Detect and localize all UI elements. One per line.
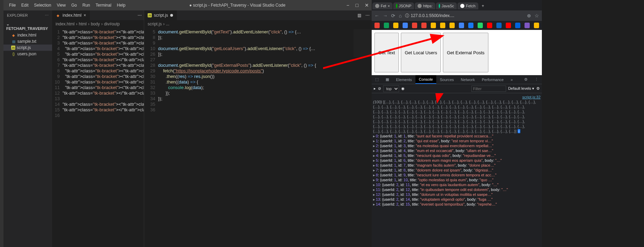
maximize-icon[interactable]: □ <box>356 2 358 8</box>
console-object-row[interactable]: 7: {userId: 1, id: 8, title: "dolorem do… <box>373 168 540 173</box>
console-object-row[interactable]: 11: {userId: 2, id: 12, title: "in quibu… <box>373 187 540 192</box>
browser-tab[interactable]: JavaSc <box>436 2 457 9</box>
more-icon[interactable]: ⋯ <box>135 10 144 20</box>
devtools-tab-elements[interactable]: Elements <box>393 75 415 84</box>
menu-icon[interactable]: ⋮ <box>531 75 542 84</box>
devtools-tab-sources[interactable]: Sources <box>436 75 457 84</box>
browser-tab[interactable]: Fetch <box>457 2 478 9</box>
bookmark-icon[interactable] <box>506 23 511 28</box>
bookmark-icon[interactable] <box>525 23 530 28</box>
menu-file[interactable]: File <box>6 3 18 8</box>
get-text-button[interactable]: Get Text <box>374 33 399 72</box>
console-object-row[interactable]: 4: {userId: 1, id: 5, title: "nesciunt q… <box>373 153 540 158</box>
close-icon[interactable]: × <box>388 4 390 8</box>
minimap[interactable] <box>354 29 371 57</box>
reload-icon[interactable]: ⟳ <box>391 13 395 18</box>
menu-edit[interactable]: Edit <box>18 3 31 8</box>
folder-root[interactable]: FETCHAPI_TRAVERSY <box>3 21 52 32</box>
forward-icon[interactable]: → <box>383 13 388 18</box>
new-tab-button[interactable]: + <box>479 2 487 10</box>
bookmark-icon[interactable] <box>384 23 389 28</box>
console-object-row[interactable]: 12: {userId: 2, id: 13, title: "dolorum … <box>373 192 540 197</box>
get-local-users-button[interactable]: Get Local Users <box>401 33 441 72</box>
split-icon[interactable]: ▥ <box>355 10 363 20</box>
browser-tab[interactable]: https: <box>415 2 435 9</box>
explorer-more-icon[interactable]: ⋯ <box>45 13 49 18</box>
close-icon[interactable]: × <box>84 13 86 18</box>
bookmark-icon[interactable] <box>393 23 398 28</box>
bookmark-icon[interactable] <box>440 23 445 28</box>
address-bar[interactable]: ⓘ 127.0.0.1:5500/index.... <box>405 13 523 19</box>
console-object-row[interactable]: 6: {userId: 1, id: 7, title: "magnam fac… <box>373 163 540 168</box>
crumb[interactable]: index.html <box>56 22 75 26</box>
star-icon[interactable]: ☆ <box>535 13 539 18</box>
crumb[interactable]: ... <box>166 22 170 26</box>
bookmark-icon[interactable] <box>374 23 380 28</box>
editor-content[interactable]: "tk-attr">class="tk-bracket"><"tk-attr">… <box>63 28 144 247</box>
filter-input[interactable] <box>471 86 506 92</box>
bookmarks-bar[interactable] <box>372 21 542 30</box>
more-icon[interactable]: ⋯ <box>363 10 372 20</box>
console-object-row[interactable]: 8: {userId: 1, id: 9, title: "nesciunt i… <box>373 173 540 177</box>
console-object-row[interactable]: 5: {userId: 1, id: 6, title: "dolorem eu… <box>373 158 540 163</box>
console-array-summary[interactable]: (100) [{…}, {…}, {…}, {…}, {…}, {…}, {…}… <box>373 99 540 134</box>
file-users-json[interactable]: {}users.json <box>3 51 52 57</box>
tab-script-js[interactable]: JS script.js <box>144 10 177 20</box>
sidebar-toggle-icon[interactable]: ▸ <box>374 86 376 91</box>
source-link[interactable]: script.js:32 <box>522 95 540 99</box>
bookmark-icon[interactable] <box>496 23 502 28</box>
console-object-row[interactable]: 13: {userId: 2, id: 14, title: "voluptat… <box>373 197 540 202</box>
console-object-row[interactable]: 3: {userId: 1, id: 4, title: "eum et est… <box>373 148 540 153</box>
activity-bar[interactable] <box>0 0 3 247</box>
console-object-row[interactable]: 1: {userId: 1, id: 2, title: "qui est es… <box>373 138 540 143</box>
file-sample-txt[interactable]: ▤sample.txt <box>3 38 52 45</box>
file-script-js[interactable]: JSscript.js <box>3 45 52 51</box>
menu-terminal[interactable]: Terminal <box>93 3 114 8</box>
crumb[interactable]: body <box>91 22 100 26</box>
bookmark-icon[interactable] <box>534 23 539 28</box>
menu-view[interactable]: View <box>54 3 68 8</box>
bookmark-icon[interactable] <box>487 23 492 28</box>
crumb[interactable]: script.js <box>148 22 162 26</box>
bookmark-icon[interactable] <box>431 23 436 28</box>
browser-tab[interactable]: Fet× <box>372 2 393 9</box>
devtools-tab-performance[interactable]: Performance <box>478 75 507 84</box>
console-output[interactable]: script.js:32(100) [{…}, {…}, {…}, {…}, {… <box>372 93 542 247</box>
file-index-html[interactable]: ◆index.html <box>3 32 52 38</box>
menu-help[interactable]: Help <box>114 3 129 8</box>
more-tabs-icon[interactable]: » <box>507 75 516 84</box>
clear-icon[interactable]: ⊘ <box>378 86 381 91</box>
gear-icon[interactable]: ⚙ <box>521 75 531 84</box>
console-object-row[interactable]: 14: {userId: 2, id: 15, title: "eveniet … <box>373 202 540 207</box>
menu-go[interactable]: Go <box>68 3 80 8</box>
inspect-icon[interactable]: ⬚ <box>372 75 382 84</box>
device-icon[interactable]: ▦ <box>382 75 393 84</box>
search-icon[interactable]: ⊕ <box>527 13 531 18</box>
back-icon[interactable]: ← <box>374 13 379 18</box>
minimize-icon[interactable]: − <box>346 2 349 8</box>
devtools-tab-console[interactable]: Console <box>415 75 436 84</box>
home-icon[interactable]: ⌂ <box>399 13 402 18</box>
devtools-tab-network[interactable]: Network <box>457 75 478 84</box>
browser-tab[interactable]: JSONP <box>393 2 414 9</box>
bookmark-icon[interactable] <box>449 23 455 28</box>
context-select[interactable]: top <box>383 85 399 92</box>
gear-icon[interactable]: ⚙ <box>536 86 540 91</box>
bookmark-icon[interactable] <box>468 23 473 28</box>
crumb[interactable]: html <box>79 22 87 26</box>
menu-selection[interactable]: Selection <box>31 3 54 8</box>
console-object-row[interactable]: 9: {userId: 1, id: 10, title: "optio mol… <box>373 177 540 182</box>
bookmark-icon[interactable] <box>412 23 417 28</box>
console-object-row[interactable]: 2: {userId: 1, id: 3, title: "ea molesti… <box>373 143 540 148</box>
breadcrumb[interactable]: script.js›... <box>144 20 372 28</box>
eye-icon[interactable]: ◉ <box>401 86 405 91</box>
get-external-posts-button[interactable]: Get External Posts <box>443 33 488 72</box>
bookmark-icon[interactable] <box>403 23 408 28</box>
tab-index-html[interactable]: ◆ index.html × <box>52 10 90 20</box>
console-object-row[interactable]: 0: {userId: 1, id: 1, title: "sunt aut f… <box>373 134 540 138</box>
crumb[interactable]: div#outp <box>104 22 119 26</box>
bookmark-icon[interactable] <box>515 23 520 28</box>
console-object-row[interactable]: 10: {userId: 2, id: 11, title: "et ea ve… <box>373 182 540 187</box>
close-icon[interactable]: ✕ <box>365 2 369 8</box>
levels-dropdown[interactable]: Default levels ▾ <box>508 86 534 91</box>
